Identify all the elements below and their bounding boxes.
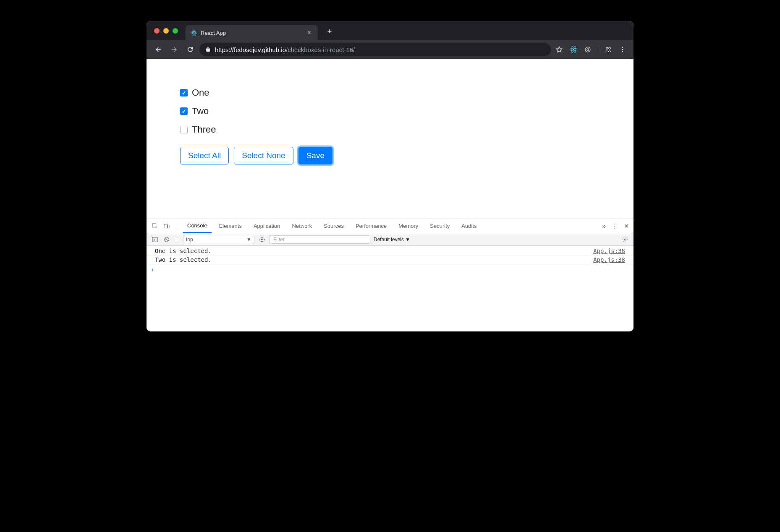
console-sidebar-toggle-icon[interactable] bbox=[151, 235, 159, 244]
select-all-button[interactable]: Select All bbox=[180, 147, 229, 164]
lock-icon bbox=[205, 46, 211, 53]
devtools-panel: Console Elements Application Network Sou… bbox=[147, 219, 633, 331]
checkbox-label[interactable]: Two bbox=[192, 106, 209, 117]
checkbox-row-two: Two bbox=[180, 106, 600, 117]
filter-input[interactable]: Filter bbox=[270, 235, 370, 244]
console-settings-icon[interactable] bbox=[621, 235, 629, 244]
reload-button[interactable] bbox=[183, 43, 197, 56]
devtools-tab-performance[interactable]: Performance bbox=[351, 219, 391, 232]
inspect-element-icon[interactable] bbox=[151, 222, 159, 230]
log-levels-select[interactable]: Default levels ▼ bbox=[374, 237, 410, 243]
device-toolbar-icon[interactable] bbox=[162, 222, 171, 230]
react-icon bbox=[191, 29, 197, 36]
profile-icon[interactable] bbox=[602, 44, 614, 55]
console-source-link[interactable]: App.js:38 bbox=[593, 256, 625, 263]
tab-close-icon[interactable]: × bbox=[306, 29, 313, 37]
svg-point-13 bbox=[622, 49, 623, 50]
svg-point-20 bbox=[261, 239, 263, 240]
console-prompt[interactable]: › bbox=[147, 264, 633, 274]
devtools-tabs: Console Elements Application Network Sou… bbox=[147, 219, 633, 233]
console-line: Two is selected. App.js:38 bbox=[147, 256, 633, 264]
svg-point-12 bbox=[622, 47, 623, 48]
context-select[interactable]: top▼ bbox=[183, 236, 254, 243]
devtools-tab-audits[interactable]: Audits bbox=[457, 219, 481, 232]
console-message: One is selected. bbox=[155, 248, 593, 254]
checkbox-row-one: One bbox=[180, 87, 600, 98]
devtools-menu-icon[interactable]: ⋮ bbox=[612, 222, 618, 230]
devtools-tab-application[interactable]: Application bbox=[249, 219, 285, 232]
divider bbox=[177, 236, 177, 243]
svg-point-11 bbox=[609, 47, 611, 50]
new-tab-button[interactable]: + bbox=[324, 26, 335, 37]
divider bbox=[177, 222, 177, 230]
svg-point-0 bbox=[194, 32, 195, 34]
console-source-link[interactable]: App.js:38 bbox=[593, 248, 625, 254]
tab-title: React App bbox=[201, 30, 306, 36]
browser-tab[interactable]: React App × bbox=[186, 25, 318, 40]
console-message: Two is selected. bbox=[155, 256, 593, 263]
browser-window: React App × + https://fedosejev.github.i… bbox=[147, 21, 633, 331]
svg-point-21 bbox=[624, 239, 626, 240]
back-button[interactable] bbox=[152, 43, 165, 56]
forward-button[interactable] bbox=[168, 43, 181, 56]
svg-point-9 bbox=[587, 49, 589, 51]
save-button[interactable]: Save bbox=[298, 147, 332, 164]
browser-menu-icon[interactable] bbox=[617, 44, 628, 55]
devtools-tab-sources[interactable]: Sources bbox=[319, 219, 348, 232]
checkbox-three[interactable] bbox=[180, 126, 188, 133]
tab-bar: React App × + bbox=[147, 21, 633, 40]
devtools-close-icon[interactable]: ✕ bbox=[624, 222, 629, 230]
console-toolbar: top▼ Filter Default levels ▼ bbox=[147, 233, 633, 246]
svg-rect-16 bbox=[164, 224, 167, 228]
more-tabs-icon[interactable]: » bbox=[602, 222, 606, 229]
bookmark-star-icon[interactable] bbox=[553, 44, 565, 55]
checkbox-one[interactable] bbox=[180, 89, 188, 96]
devtools-tab-network[interactable]: Network bbox=[288, 219, 317, 232]
select-none-button[interactable]: Select None bbox=[234, 147, 293, 164]
svg-rect-17 bbox=[168, 225, 169, 228]
address-bar-row: https://fedosejev.github.io/checkboxes-i… bbox=[147, 40, 633, 59]
svg-point-10 bbox=[606, 47, 608, 50]
window-minimize-button[interactable] bbox=[163, 28, 169, 34]
devtools-tab-elements[interactable]: Elements bbox=[215, 219, 246, 232]
page-content: One Two Three Select All Select None Sav… bbox=[147, 59, 633, 219]
devtools-tab-memory[interactable]: Memory bbox=[394, 219, 422, 232]
svg-point-8 bbox=[585, 47, 590, 52]
svg-rect-18 bbox=[152, 237, 157, 242]
svg-point-4 bbox=[573, 49, 574, 50]
checkbox-label[interactable]: Three bbox=[192, 124, 216, 135]
extension-icon[interactable] bbox=[582, 44, 594, 55]
checkbox-label[interactable]: One bbox=[192, 87, 209, 98]
devtools-tab-console[interactable]: Console bbox=[183, 219, 212, 233]
button-row: Select All Select None Save bbox=[180, 147, 600, 164]
url-bar[interactable]: https://fedosejev.github.io/checkboxes-i… bbox=[199, 43, 551, 56]
checkbox-two[interactable] bbox=[180, 107, 188, 115]
window-maximize-button[interactable] bbox=[173, 28, 178, 34]
console-output: One is selected. App.js:38 Two is select… bbox=[147, 246, 633, 331]
checkbox-row-three: Three bbox=[180, 124, 600, 135]
devtools-tab-security[interactable]: Security bbox=[426, 219, 454, 232]
url-text: https://fedosejev.github.io/checkboxes-i… bbox=[215, 46, 355, 53]
window-close-button[interactable] bbox=[154, 28, 160, 34]
live-expression-icon[interactable] bbox=[258, 235, 266, 244]
traffic-lights bbox=[154, 28, 178, 34]
react-devtools-icon[interactable] bbox=[568, 44, 579, 55]
extension-divider bbox=[598, 45, 598, 54]
console-line: One is selected. App.js:38 bbox=[147, 247, 633, 256]
svg-point-14 bbox=[622, 51, 623, 52]
clear-console-icon[interactable] bbox=[162, 235, 171, 244]
